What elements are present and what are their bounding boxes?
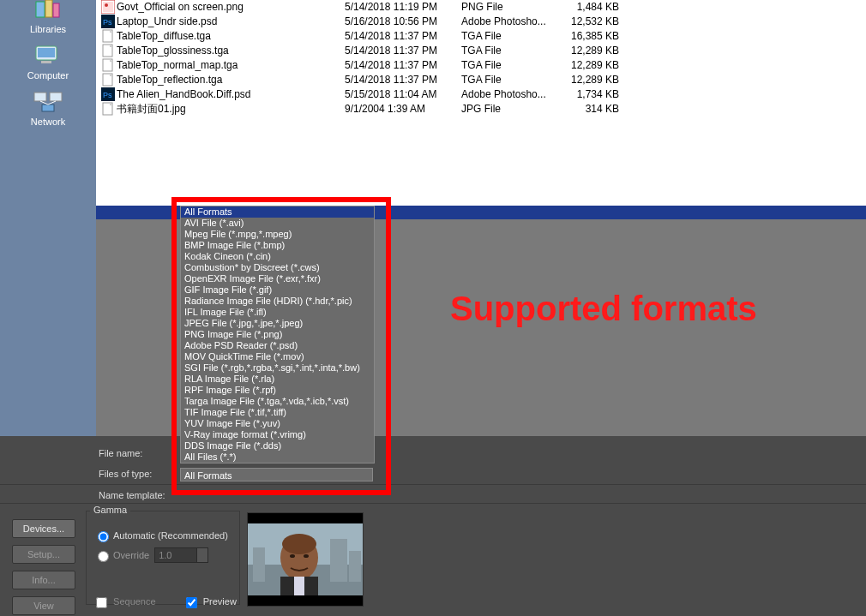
svg-rect-4 bbox=[38, 48, 55, 57]
check-row: Sequence Preview bbox=[93, 595, 261, 611]
place-label: Network bbox=[31, 117, 65, 127]
format-option[interactable]: IFL Image File (*.ifl) bbox=[181, 307, 374, 318]
file-size: 314 KB bbox=[554, 102, 622, 117]
format-option[interactable]: Kodak Cineon (*.cin) bbox=[181, 251, 374, 262]
devices-button[interactable]: Devices... bbox=[12, 519, 75, 538]
format-option[interactable]: All Formats bbox=[181, 206, 374, 218]
file-name: TableTop_normal_map.tga bbox=[117, 58, 345, 73]
place-computer[interactable]: Computer bbox=[0, 41, 96, 81]
file-type-dropdown-list[interactable]: All FormatsAVI File (*.avi)Mpeg File (*.… bbox=[180, 206, 375, 463]
preview-thumbnail bbox=[247, 512, 364, 607]
place-network[interactable]: Network bbox=[0, 87, 96, 127]
file-open-dialog: { "sidebar": { "places": [ {"label":"Lib… bbox=[0, 0, 866, 616]
file-icon bbox=[101, 44, 115, 57]
svg-rect-6 bbox=[34, 93, 46, 101]
format-option[interactable]: RPF Image File (*.rpf) bbox=[181, 385, 374, 396]
format-option[interactable]: Combustion* by Discreet (*.cws) bbox=[181, 262, 374, 273]
svg-point-36 bbox=[290, 554, 295, 558]
file-type: Adobe Photosho... bbox=[461, 87, 554, 102]
file-list[interactable]: Govt_Official on screen.png5/14/2018 11:… bbox=[96, 0, 866, 116]
spinner-buttons-icon[interactable] bbox=[196, 547, 208, 563]
file-row[interactable]: Govt_Official on screen.png5/14/2018 11:… bbox=[96, 0, 866, 15]
file-date: 5/14/2018 11:37 PM bbox=[345, 73, 461, 87]
file-type-selected: All Formats bbox=[184, 470, 232, 481]
format-option[interactable]: Adobe PSD Reader (*.psd) bbox=[181, 340, 374, 351]
file-row[interactable]: TableTop_diffuse.tga5/14/2018 11:37 PMTG… bbox=[96, 29, 866, 44]
file-type: TGA File bbox=[461, 44, 554, 58]
gamma-override-radio[interactable]: Override 1.0 bbox=[93, 547, 239, 563]
format-option[interactable]: Radiance Image File (HDRI) (*.hdr,*.pic) bbox=[181, 296, 374, 307]
preview-checkbox[interactable] bbox=[186, 597, 197, 608]
file-list-bg bbox=[96, 116, 866, 206]
file-type: PNG File bbox=[461, 0, 554, 15]
svg-rect-5 bbox=[41, 61, 51, 63]
file-row[interactable]: PsLaptop_Undr side.psd5/16/2018 10:56 PM… bbox=[96, 15, 866, 29]
file-size: 12,289 KB bbox=[554, 58, 622, 73]
file-name: TableTop_reflection.tga bbox=[117, 73, 345, 87]
svg-rect-32 bbox=[330, 539, 347, 582]
file-name: 书籍封面01.jpg bbox=[117, 102, 345, 117]
file-icon: Ps bbox=[101, 15, 115, 28]
view-button: View bbox=[12, 596, 75, 615]
dialog-bottom-strip bbox=[0, 436, 866, 487]
info-button: Info... bbox=[12, 571, 75, 589]
format-option[interactable]: AVI File (*.avi) bbox=[181, 218, 374, 229]
file-size: 12,289 KB bbox=[554, 73, 622, 87]
file-name: TableTop_diffuse.tga bbox=[117, 29, 345, 44]
sequence-check[interactable]: Sequence bbox=[93, 596, 159, 607]
svg-text:Ps: Ps bbox=[103, 18, 112, 27]
svg-point-37 bbox=[304, 554, 309, 558]
file-type-combo[interactable]: All Formats bbox=[180, 468, 373, 481]
file-type: JPG File bbox=[461, 102, 554, 117]
format-option[interactable]: Targa Image File (*.tga,*.vda,*.icb,*.vs… bbox=[181, 396, 374, 407]
setup-button: Setup... bbox=[12, 545, 75, 564]
preview-label: Preview bbox=[203, 596, 237, 607]
format-option[interactable]: V-Ray image format (*.vrimg) bbox=[181, 429, 374, 440]
format-option[interactable]: Mpeg File (*.mpg,*.mpeg) bbox=[181, 229, 374, 240]
name-template-label: Name template: bbox=[99, 490, 165, 500]
file-type: TGA File bbox=[461, 73, 554, 87]
gamma-group: Gamma Automatic (Recommended) Override 1… bbox=[86, 511, 240, 605]
sequence-label: Sequence bbox=[113, 596, 156, 607]
place-label: Computer bbox=[27, 70, 69, 81]
format-option[interactable]: RLA Image File (*.rla) bbox=[181, 374, 374, 385]
format-option[interactable]: BMP Image File (*.bmp) bbox=[181, 240, 374, 251]
gamma-auto-radio[interactable]: Automatic (Recommended) bbox=[93, 529, 239, 542]
format-option[interactable]: All Files (*.*) bbox=[181, 452, 374, 463]
format-option[interactable]: TIF Image File (*.tif,*.tiff) bbox=[181, 407, 374, 418]
format-option[interactable]: YUV Image File (*.yuv) bbox=[181, 418, 374, 429]
file-row[interactable]: TableTop_glossiness.tga5/14/2018 11:37 P… bbox=[96, 44, 866, 58]
svg-rect-31 bbox=[253, 547, 265, 582]
gamma-override-value[interactable]: 1.0 bbox=[154, 547, 197, 563]
svg-rect-39 bbox=[294, 577, 304, 595]
file-icon bbox=[101, 29, 115, 43]
format-option[interactable]: PNG Image File (*.png) bbox=[181, 329, 374, 340]
file-row[interactable]: 书籍封面01.jpg9/1/2004 1:39 AMJPG File314 KB bbox=[96, 102, 866, 117]
place-libraries[interactable]: Libraries bbox=[0, 0, 96, 34]
file-icon bbox=[101, 58, 115, 72]
gamma-auto-input[interactable] bbox=[98, 531, 109, 542]
format-option[interactable]: JPEG File (*.jpg,*.jpe,*.jpeg) bbox=[181, 318, 374, 329]
format-option[interactable]: OpenEXR Image File (*.exr,*.fxr) bbox=[181, 273, 374, 284]
svg-rect-33 bbox=[349, 551, 361, 582]
format-option[interactable]: SGI File (*.rgb,*.rgba,*.sgi,*.int,*.int… bbox=[181, 362, 374, 374]
file-row[interactable]: TableTop_reflection.tga5/14/2018 11:37 P… bbox=[96, 73, 866, 87]
libraries-icon bbox=[32, 0, 64, 22]
svg-point-35 bbox=[282, 534, 316, 554]
preview-check[interactable]: Preview bbox=[183, 596, 237, 607]
separator bbox=[0, 484, 866, 485]
places-sidebar: Libraries Computer Network bbox=[0, 0, 97, 436]
file-type: Adobe Photosho... bbox=[461, 15, 554, 29]
file-row[interactable]: TableTop_normal_map.tga5/14/2018 11:37 P… bbox=[96, 58, 866, 73]
sequence-checkbox[interactable] bbox=[96, 597, 107, 608]
gamma-override-label: Override bbox=[113, 550, 149, 560]
format-option[interactable]: MOV QuickTime File (*.mov) bbox=[181, 351, 374, 362]
svg-point-13 bbox=[105, 3, 108, 7]
file-row[interactable]: PsThe Alien_HandBook.Diff.psd5/15/2018 1… bbox=[96, 87, 866, 102]
network-icon bbox=[32, 87, 64, 115]
format-option[interactable]: GIF Image File (*.gif) bbox=[181, 284, 374, 296]
filetype-label: Files of type: bbox=[99, 469, 152, 479]
format-option[interactable]: DDS Image File (*.dds) bbox=[181, 440, 374, 452]
gamma-override-input[interactable] bbox=[98, 551, 109, 562]
file-name: Govt_Official on screen.png bbox=[117, 0, 345, 15]
